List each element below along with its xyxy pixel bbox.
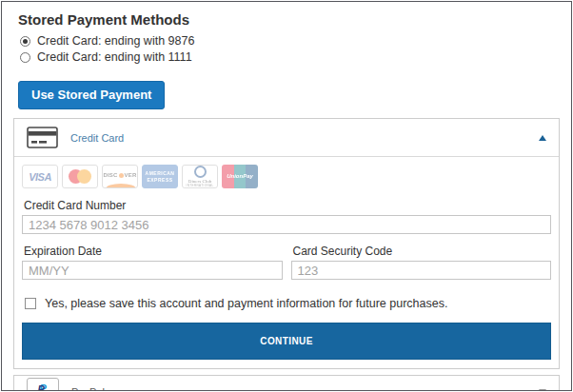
stored-payment-label: Credit Card: ending with 1111: [37, 50, 192, 64]
visa-icon: VISA: [22, 165, 58, 188]
continue-button[interactable]: CONTINUE: [22, 323, 551, 360]
security-code-label: Card Security Code: [293, 245, 552, 258]
save-payment-checkbox[interactable]: [25, 298, 36, 309]
chevron-down-icon[interactable]: [539, 389, 546, 392]
discover-icon: DISCVER: [102, 165, 138, 188]
stored-payment-radio-1111[interactable]: [20, 52, 30, 63]
credit-card-form: VISA DISCVER AMERICAN EXPRESS: [14, 157, 559, 368]
paypal-logo-icon: P P PayPal: [27, 378, 59, 391]
stored-payment-label: Credit Card: ending with 9876: [37, 34, 194, 48]
stored-payment-radio-9876[interactable]: [20, 36, 30, 47]
paypal-section-title: PayPal: [71, 386, 105, 392]
expiration-date-input[interactable]: [22, 261, 283, 280]
save-payment-row: Yes, please save this account and paymen…: [25, 297, 551, 310]
diners-club-icon: Diners Club INTERNATIONAL: [182, 165, 218, 188]
payment-content: Stored Payment Methods Credit Card: endi…: [2, 2, 571, 391]
chevron-up-icon[interactable]: [539, 135, 546, 141]
stored-payment-option-1111[interactable]: Credit Card: ending with 1111: [20, 50, 560, 64]
credit-card-icon: [27, 127, 58, 148]
use-stored-payment-button[interactable]: Use Stored Payment: [18, 81, 165, 109]
security-code-input[interactable]: [291, 261, 552, 280]
american-express-icon: AMERICAN EXPRESS: [142, 165, 178, 188]
credit-card-accordion-header[interactable]: Credit Card: [14, 119, 559, 157]
checkout-payment-screen: Stored Payment Methods Credit Card: endi…: [1, 1, 572, 391]
card-number-input[interactable]: [22, 215, 551, 234]
unionpay-icon: UnionPay: [222, 165, 258, 188]
stored-payment-option-9876[interactable]: Credit Card: ending with 9876: [20, 34, 560, 48]
accepted-cards-row: VISA DISCVER AMERICAN EXPRESS: [22, 165, 551, 188]
save-payment-label: Yes, please save this account and paymen…: [45, 297, 447, 310]
credit-card-panel: Credit Card VISA DISCVER: [13, 118, 560, 369]
mastercard-icon: [62, 165, 98, 188]
credit-card-section-title: Credit Card: [70, 132, 124, 144]
paypal-accordion-header[interactable]: P P PayPal PayPal: [14, 376, 559, 391]
page-title: Stored Payment Methods: [18, 11, 560, 28]
card-number-label: Credit Card Number: [24, 199, 551, 212]
paypal-panel: P P PayPal PayPal: [13, 375, 560, 391]
expiration-date-label: Expiration Date: [24, 245, 283, 258]
